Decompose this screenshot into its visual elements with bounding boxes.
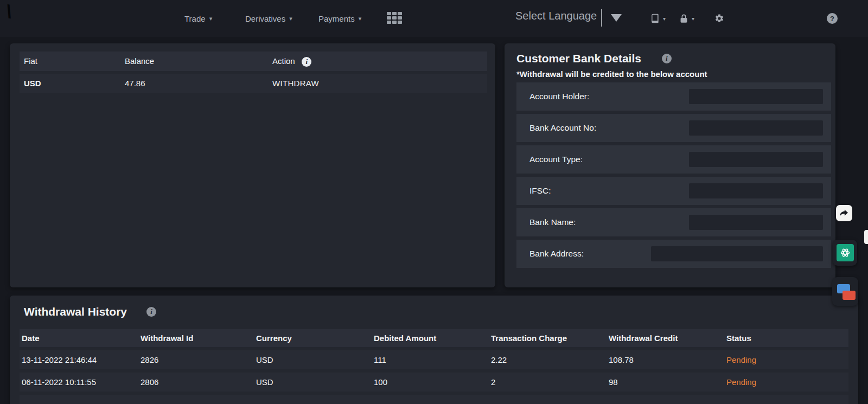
currency-cell: USD [256,373,273,392]
withdraw-button[interactable]: WITHDRAW [272,79,319,88]
fiat-balance-panel: Fiat Balance Action i USD 47.86 WITHDRAW [10,43,495,287]
chatgpt-icon [837,244,854,261]
withdrawal-history-panel: Withdrawal History i Date Withdrawal Id … [10,296,858,404]
fiat-balance-cell: 47.86 [125,74,145,93]
withdrawal-credit-cell: 108.78 [609,350,634,369]
bank-account-no-field[interactable] [689,120,823,136]
lock-icon [679,13,689,24]
bank-address-field[interactable] [651,246,823,261]
chevron-down-icon: ▾ [692,16,694,22]
column-header-status: Status [726,329,751,347]
gear-icon [714,14,724,23]
share-arrow-icon [839,208,850,219]
transaction-charge-cell: 2 [491,373,495,392]
field-label: Bank Name: [529,208,576,236]
transaction-charge-cell: 2.22 [491,350,507,369]
column-header-date: Date [22,329,40,347]
debited-amount-cell: 111 [374,350,386,369]
fiat-currency-cell: USD [24,74,41,93]
date-cell: 06-11-2022 10:11:55 [22,373,96,392]
bank-field-row-account-type: Account Type: [516,145,831,174]
chevron-down-icon: ▾ [663,16,666,22]
table-header-row: Date Withdrawal Id Currency Debited Amou… [20,329,848,347]
customer-bank-details-panel: Customer Bank Details i *Withdrawal will… [505,43,835,287]
bank-name-field[interactable] [689,215,823,230]
field-label: Account Holder: [529,82,589,111]
chatgpt-extension-button[interactable] [833,240,857,266]
currency-cell: USD [256,350,273,369]
column-header-withdrawal-credit: Withdrawal Credit [609,329,678,347]
withdrawal-id-cell: 2826 [141,350,158,369]
field-label: IFSC: [529,177,551,205]
withdrawal-history-table: Date Withdrawal Id Currency Debited Amou… [20,329,848,404]
chevron-down-icon: ▾ [289,15,292,22]
column-header-debited-amount: Debited Amount [374,329,436,347]
bank-field-row-ifsc: IFSC: [516,177,831,205]
bank-fields: Account Holder: Bank Account No: Account… [516,82,831,271]
column-header-withdrawal-id: Withdrawal Id [141,329,193,347]
nav-menu-label: Derivatives [245,14,285,23]
withdrawal-note: *Withdrawal will be credited to the belo… [505,65,835,79]
panel-title: Withdrawal History [24,305,127,318]
nav-menu-payments[interactable]: Payments ▾ [318,0,361,37]
info-icon[interactable]: i [662,54,672,63]
status-badge: Pending [726,350,756,369]
orders-book-menu[interactable]: ▾ [649,0,666,37]
fiat-table-header: Fiat Balance Action i [20,52,487,71]
table-row: 06-11-2022 10:11:55 2806 USD 100 2 98 Pe… [20,373,848,392]
apps-grid-icon[interactable] [387,12,403,25]
column-header-balance: Balance [125,52,154,71]
nav-menu-derivatives[interactable]: Derivatives ▾ [245,0,292,37]
language-selector[interactable]: Select Language [515,10,597,22]
chevron-down-icon: ▾ [209,15,213,22]
table-row-partial [20,395,848,404]
divider [601,9,602,27]
chat-bubble-red-icon [843,291,856,300]
date-cell: 13-11-2022 21:46:44 [22,350,97,369]
info-icon[interactable]: i [146,307,156,317]
top-navbar: Trade ▾ Derivatives ▾ Payments ▾ Select … [0,0,868,37]
help-icon[interactable]: ? [827,13,838,24]
field-label: Bank Account No: [529,114,596,142]
table-row: 13-11-2022 21:46:44 2826 USD 111 2.22 10… [20,350,848,369]
field-label: Account Type: [529,145,583,174]
book-icon [649,13,660,24]
withdrawal-id-cell: 2806 [141,373,158,392]
ifsc-field[interactable] [689,183,823,198]
info-icon[interactable]: i [302,57,311,67]
field-label: Bank Address: [529,240,584,268]
settings-button[interactable] [714,0,724,37]
column-header-currency: Currency [256,329,292,347]
table-row: USD 47.86 WITHDRAW [20,74,487,93]
debited-amount-cell: 100 [374,373,387,392]
language-dropdown-icon[interactable] [611,14,622,22]
status-badge: Pending [726,373,756,392]
chat-extension-button[interactable] [832,277,858,306]
nav-menu-label: Payments [318,14,355,23]
bank-field-row-bank-address: Bank Address: [516,240,831,268]
nav-menu-trade[interactable]: Trade ▾ [184,0,212,37]
column-header-action: Action i [272,52,311,71]
wallet-lock-menu[interactable]: ▾ [679,0,694,37]
account-holder-field[interactable] [689,89,823,104]
column-header-transaction-charge: Transaction Charge [491,329,567,347]
fiat-table: Fiat Balance Action i USD 47.86 WITHDRAW [20,52,487,96]
nav-menu-label: Trade [184,14,206,23]
share-extension-button[interactable] [836,205,852,221]
chevron-down-icon: ▾ [359,15,362,22]
bank-field-row-account-no: Bank Account No: [516,114,831,142]
account-type-field[interactable] [689,152,823,167]
hidden-extension-tab[interactable] [864,230,868,244]
column-header-fiat: Fiat [24,52,37,71]
withdrawal-credit-cell: 98 [609,373,618,392]
bank-field-row-account-holder: Account Holder: [516,82,831,111]
bank-field-row-bank-name: Bank Name: [516,208,831,236]
panel-title: Customer Bank Details [516,52,641,65]
